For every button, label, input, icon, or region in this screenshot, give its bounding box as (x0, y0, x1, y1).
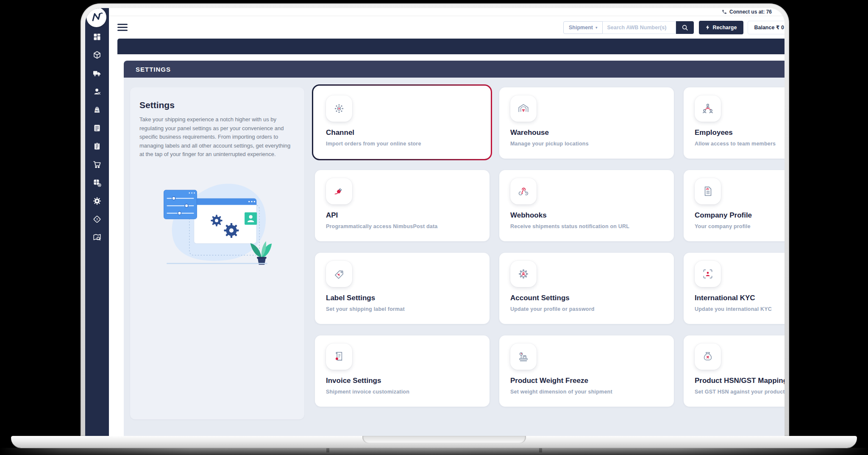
svg-text:?: ? (96, 218, 98, 221)
sidebar-item-shipments[interactable] (92, 69, 102, 78)
panel-title: Settings (139, 100, 293, 110)
nimbuspost-logo[interactable] (86, 8, 106, 27)
settings-card-cell-international-kyc: International KYCUpdate you internationa… (684, 253, 785, 324)
settings-card-label-settings[interactable]: Label SettingsSet your shipping label fo… (315, 253, 490, 324)
settings-card-account-settings[interactable]: Account SettingsUpdate your profile or p… (499, 253, 674, 324)
weight-kg-icon: KG (92, 105, 102, 114)
card-subtitle: Set your shipping label format (326, 306, 479, 312)
card-subtitle: Set weight dimension of your shipment (510, 389, 663, 395)
sidebar-item-channel-orders[interactable] (92, 160, 102, 169)
card-title: Employees (695, 128, 785, 137)
settings-card-employees[interactable]: EmployeesAllow access to team members (684, 87, 785, 159)
card-title: Product Weight Freeze (510, 377, 663, 385)
connect-us-text: Connect us at: 76 (729, 9, 772, 15)
card-subtitle: Your company profile (695, 223, 785, 229)
card-icon-tile (326, 261, 352, 287)
settings-cards-grid: ChannelImport orders from your online st… (315, 87, 785, 407)
card-icon-tile (695, 95, 721, 122)
card-icon-tile (510, 178, 537, 204)
card-title: Warehouse (510, 128, 663, 137)
laptop-screen-bezel: KG? Connect us at: 76 Shipment (81, 3, 789, 436)
bolt-icon (706, 25, 709, 30)
balance-button[interactable]: Balance ₹ 0 (748, 21, 785, 34)
settings-card-cell-webhooks: WebhooksReceive shipments status notific… (499, 170, 674, 241)
card-title: Product HSN/GST Mapping (695, 377, 785, 385)
card-subtitle: Update your profile or password (510, 306, 663, 312)
settings-card-webhooks[interactable]: WebhooksReceive shipments status notific… (499, 170, 674, 241)
clipboard-icon (92, 142, 102, 151)
card-title: Company Profile (695, 211, 785, 220)
app-header: Shipment ▾ (109, 16, 785, 39)
settings-card-cell-warehouse: WarehouseManage your pickup locations (499, 87, 674, 159)
settings-card-cell-employees: EmployeesAllow access to team members (684, 87, 785, 159)
connect-strip: Connect us at: 76 (109, 8, 785, 16)
card-icon-tile (695, 178, 721, 204)
card-subtitle: Manage your pickup locations (510, 141, 663, 147)
kyc-scan-icon (701, 268, 714, 280)
main-area: Connect us at: 76 Shipment ▾ (109, 8, 785, 436)
settings-card-warehouse[interactable]: WarehouseManage your pickup locations (499, 87, 674, 159)
tracking-map-icon (92, 233, 102, 242)
sidebar-item-reports[interactable] (92, 142, 102, 151)
laptop-mockup-stage: KG? Connect us at: 76 Shipment (0, 0, 868, 455)
account-gear-icon (517, 268, 530, 280)
settings-banner: SETTINGS (124, 61, 785, 78)
laptop-foot (326, 448, 329, 452)
grid-plus-icon (92, 178, 102, 187)
menu-toggle-button[interactable] (117, 24, 128, 31)
settings-card-product-hsn-gst-mapping[interactable]: Product HSN/GST MappingSet GST HSN again… (684, 335, 785, 407)
warehouse-icon (517, 102, 530, 115)
settings-card-cell-label-settings: Label SettingsSet your shipping label fo… (315, 253, 490, 324)
settings-card-api[interactable]: APIProgrammatically access NimbusPost da… (315, 170, 490, 241)
sidebar-item-dashboard[interactable] (92, 32, 102, 42)
shipment-dropdown-label: Shipment (569, 25, 593, 31)
settings-description-panel: Settings Take your shipping experience a… (130, 87, 304, 419)
settings-card-cell-company-profile: Company ProfileYour company profile (684, 170, 785, 241)
sidebar-item-billing[interactable] (92, 123, 102, 133)
sidebar-item-help[interactable]: ? (92, 215, 102, 224)
recharge-button[interactable]: Recharge (699, 21, 743, 34)
settings-card-cell-channel: ChannelImport orders from your online st… (315, 87, 490, 159)
settings-card-cell-api: APIProgrammatically access NimbusPost da… (315, 170, 490, 241)
sidebar-item-orders[interactable] (92, 50, 102, 60)
chevron-down-icon: ▾ (595, 25, 598, 30)
sidebar-item-weight[interactable]: KG (92, 105, 102, 114)
employees-icon (701, 102, 714, 115)
laptop-shadow (0, 448, 868, 455)
sidebar-item-settings[interactable] (92, 196, 102, 206)
sidebar-item-ndr[interactable] (92, 87, 102, 96)
settings-card-channel[interactable]: ChannelImport orders from your online st… (315, 87, 490, 159)
sidebar-item-tracking[interactable] (92, 233, 102, 242)
settings-card-invoice-settings[interactable]: Invoice SettingsShipment invoice customi… (315, 335, 490, 407)
weight-scale-icon (517, 350, 530, 363)
card-title: Account Settings (510, 294, 663, 302)
card-subtitle: Shipment invoice customization (326, 389, 479, 395)
card-subtitle: Programmatically access NimbusPost data (326, 223, 479, 229)
api-plug-icon (333, 185, 345, 198)
card-subtitle: Update you international KYC (695, 306, 785, 312)
settings-card-product-weight-freeze[interactable]: Product Weight FreezeSet weight dimensio… (499, 335, 674, 407)
search-button[interactable] (676, 21, 694, 34)
laptop-base (11, 436, 857, 448)
settings-illustration (139, 179, 293, 267)
package-icon (92, 50, 102, 60)
label-tag-icon (333, 268, 345, 280)
search-awb-input[interactable] (603, 21, 676, 34)
sidebar: KG? (85, 8, 109, 436)
sidebar-item-add-channel[interactable] (92, 178, 102, 187)
help-diamond-icon: ? (92, 215, 102, 224)
cart-icon (92, 160, 102, 169)
page-header-band (117, 39, 785, 54)
card-title: Label Settings (326, 294, 479, 302)
card-subtitle: Set GST HSN against your product (695, 389, 785, 395)
card-title: Invoice Settings (326, 377, 479, 385)
card-icon-tile (510, 95, 537, 122)
shipment-dropdown[interactable]: Shipment ▾ (563, 21, 603, 34)
settings-card-international-kyc[interactable]: International KYCUpdate you internationa… (684, 253, 785, 324)
settings-card-cell-product-weight-freeze: Product Weight FreezeSet weight dimensio… (499, 335, 674, 407)
phone-icon (722, 9, 727, 14)
awb-search-group: Shipment ▾ (563, 21, 694, 34)
settings-card-cell-account-settings: Account SettingsUpdate your profile or p… (499, 253, 674, 324)
app-screen: KG? Connect us at: 76 Shipment (85, 8, 785, 436)
settings-card-company-profile[interactable]: Company ProfileYour company profile (684, 170, 785, 241)
